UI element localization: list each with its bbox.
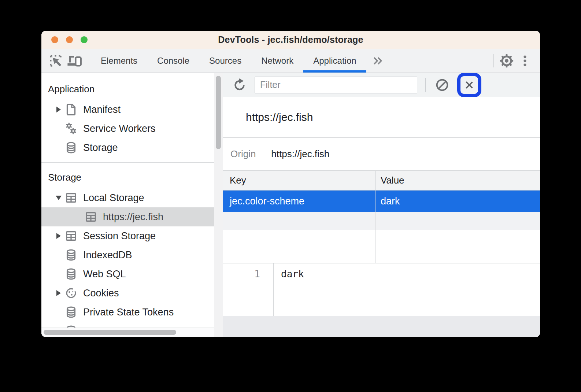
devtools-tab-bar: Elements Console Sources Network Applica… (41, 49, 540, 73)
sidebar-horizontal-scrollbar (41, 328, 214, 337)
grid-row-empty[interactable] (223, 212, 540, 230)
sidebar-tree: Application Manifest (41, 73, 214, 328)
sidebar-item-indexeddb[interactable]: IndexedDB (41, 245, 214, 265)
table-icon (64, 191, 78, 205)
preview-gutter: 1 (223, 263, 274, 316)
table-icon (84, 210, 98, 224)
database-icon (64, 267, 78, 281)
minimize-window-button[interactable] (66, 36, 73, 43)
devtools-content: Application Manifest (41, 73, 540, 337)
block-icon (434, 77, 450, 93)
tab-elements[interactable]: Elements (91, 49, 147, 73)
storage-url-header: https://jec.fish (223, 97, 540, 138)
sidebar-item-cookies[interactable]: Cookies (41, 284, 214, 303)
origin-row: Origin https://jec.fish (223, 138, 540, 170)
twisty-right-icon[interactable] (54, 233, 63, 239)
grid-row-empty[interactable] (223, 230, 540, 263)
sidebar-item-service-workers[interactable]: Service Workers (41, 119, 214, 138)
customize-devtools-button[interactable] (516, 49, 534, 73)
tabbar-divider (87, 54, 87, 67)
window-title: DevTools - jec.fish/demo/storage (218, 34, 363, 45)
cell-value: dark (375, 191, 540, 212)
line-number: 1 (254, 269, 260, 316)
value-preview-pane: 1 dark (223, 263, 540, 316)
column-header-value[interactable]: Value (375, 171, 540, 190)
column-header-key[interactable]: Key (223, 171, 375, 190)
grid-header-row: Key Value (223, 170, 540, 191)
sidebar-vertical-scrollbar (214, 73, 223, 337)
database-icon (64, 305, 78, 319)
tabbar-right-divider (493, 54, 494, 67)
grid-row-selected[interactable]: jec.color-scheme dark (223, 191, 540, 212)
sidebar-item-local-storage[interactable]: Local Storage (41, 188, 214, 207)
tab-sources[interactable]: Sources (199, 49, 251, 73)
sidebar-item-session-storage[interactable]: Session Storage (41, 226, 214, 245)
application-sidebar: Application Manifest (41, 73, 214, 337)
traffic-lights (51, 31, 88, 49)
chevron-double-right-icon (371, 55, 384, 66)
storage-toolbar (223, 73, 540, 97)
twisty-right-icon[interactable] (54, 290, 63, 296)
settings-button[interactable] (497, 49, 516, 73)
inspect-element-button[interactable] (47, 49, 65, 73)
section-storage: Storage (41, 166, 214, 188)
panel-footer (223, 316, 540, 337)
toggle-device-toolbar-button[interactable] (65, 49, 83, 73)
refresh-button[interactable] (230, 75, 249, 95)
preview-value[interactable]: dark (274, 263, 304, 316)
database-icon (64, 248, 78, 262)
title-bar: DevTools - jec.fish/demo/storage (41, 31, 540, 49)
origin-label: Origin (230, 148, 256, 160)
toolbar-divider (425, 78, 426, 92)
close-x-icon (462, 78, 476, 92)
inspect-icon (48, 53, 63, 69)
sidebar-item-local-storage-jec-fish[interactable]: https://jec.fish (41, 207, 214, 226)
horizontal-scrollbar-thumb[interactable] (44, 330, 176, 335)
twisty-right-icon[interactable] (54, 107, 63, 112)
local-storage-panel: https://jec.fish Origin https://jec.fish… (223, 73, 540, 337)
close-window-button[interactable] (51, 36, 58, 43)
tab-network[interactable]: Network (251, 49, 303, 73)
clear-all-button[interactable] (432, 75, 452, 95)
devtools-window: DevTools - jec.fish/demo/storage Element… (41, 31, 540, 337)
device-toolbar-icon (66, 53, 82, 69)
gear-icon (499, 53, 515, 69)
sidebar-item-web-sql[interactable]: Web SQL (41, 265, 214, 284)
refresh-icon (232, 77, 247, 93)
key-value-grid: Key Value jec.color-scheme dark (223, 170, 540, 263)
filter-input[interactable] (255, 77, 417, 93)
gears-icon (64, 122, 78, 136)
zoom-window-button[interactable] (81, 36, 88, 43)
kebab-menu-icon (518, 53, 532, 69)
twisty-down-icon[interactable] (54, 196, 63, 200)
table-icon (64, 229, 78, 243)
sidebar-item-private-state-tokens[interactable]: Private State Tokens (41, 303, 214, 322)
tab-console[interactable]: Console (147, 49, 199, 73)
database-icon (64, 141, 78, 155)
sidebar-item-manifest[interactable]: Manifest (41, 100, 214, 119)
file-icon (64, 103, 78, 117)
sidebar-item-storage[interactable]: Storage (41, 138, 214, 157)
sidebar-item-partial[interactable] (41, 322, 214, 328)
delete-selected-button[interactable] (457, 73, 481, 97)
tabbar-right-controls (490, 49, 540, 73)
cookie-icon (64, 286, 78, 300)
section-application: Application (41, 78, 214, 100)
more-tabs-button[interactable] (366, 49, 389, 73)
cell-key: jec.color-scheme (223, 191, 375, 212)
vertical-scrollbar-thumb[interactable] (216, 76, 221, 149)
origin-value: https://jec.fish (271, 148, 329, 160)
sidebar-section-divider (41, 162, 214, 163)
tab-application[interactable]: Application (303, 49, 366, 73)
